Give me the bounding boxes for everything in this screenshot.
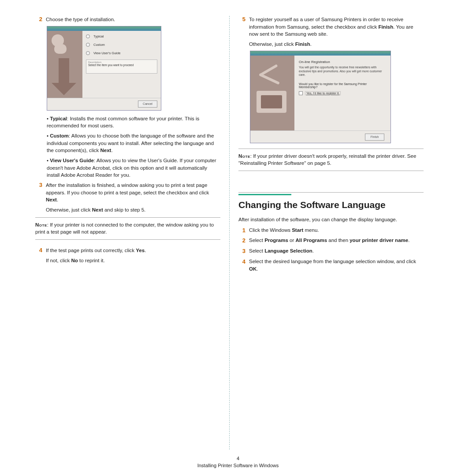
page-number: 4 (0, 456, 476, 461)
ls1-c: menu. (303, 227, 319, 233)
step-5-otherwise-finish: Finish (295, 41, 310, 47)
bullet-typical-head: Typical (50, 116, 67, 121)
bullet-view-guide: • View User's Guide: Allows you to view … (47, 157, 220, 179)
ls1-b: Start (292, 227, 303, 233)
registration-wizard: On-line Registration You will get the op… (250, 51, 391, 143)
bullet-custom-next: Next (100, 148, 111, 153)
lang-step-1-num: 1 (238, 227, 249, 235)
radio-custom-label: Custom (93, 43, 105, 47)
registration-checkbox-label: Yes, I'd like to register it. (305, 91, 341, 95)
radio-view-guide: View User's Guide (86, 51, 157, 55)
ls2-c: or (288, 238, 296, 243)
registration-question: Would you like to register for the Samsu… (299, 82, 386, 89)
bullet-view-guide-head: View User's Guide (50, 158, 94, 163)
ls2-a: Select (249, 238, 264, 243)
wizard2-sidebar-graphic (250, 56, 294, 130)
step-3-number: 3 (35, 182, 46, 188)
step-3-otherwise-next: Next (92, 207, 103, 212)
note-text: : If your printer is not connected to th… (35, 222, 214, 235)
step-4-number: 4 (35, 247, 46, 253)
step-4-yes: Yes (136, 248, 145, 253)
lang-step-4-num: 4 (238, 258, 249, 272)
step-3: 3 After the installation is finished, a … (35, 182, 220, 214)
wizard-options-panel: Typical Custom View User's Guide Descrip… (82, 31, 161, 98)
step-4-line1-c: . (145, 248, 146, 253)
ls3-b: Language Selection (264, 248, 312, 253)
step-4-line1-a: If the test page prints out correctly, c… (46, 248, 136, 253)
note2-label: Note (238, 153, 250, 159)
registration-title: On-line Registration (299, 60, 386, 64)
chapter-title: Installing Printer Software in Windows (0, 463, 476, 468)
step-5-finish: Finish (378, 24, 393, 30)
step-2-text: Choose the type of installation. (46, 16, 220, 23)
lang-step-4: 4 Select the desired language from the l… (238, 258, 424, 272)
step-4: 4 If the test page prints out correctly,… (35, 247, 220, 264)
step-4-line2-c: to reprint it. (78, 258, 105, 263)
registration-text: You will get the opportunity to receive … (299, 66, 386, 77)
radio-icon (86, 43, 90, 47)
step-3-otherwise-a: Otherwise, just click (46, 207, 92, 212)
right-column: 5 To register yourself as a user of Sams… (230, 16, 432, 450)
lang-step-1: 1 Click the Windows Start menu. (238, 227, 424, 235)
ls2-g: . (408, 238, 409, 243)
note-printer-not-connected: Note: If your printer is not connected t… (35, 217, 220, 240)
radio-typical: Typical (86, 34, 157, 38)
step-4-line2-a: If not, click (46, 258, 71, 263)
step-3-text-c: . (57, 197, 58, 202)
ls4-a: Select the desired language from the lan… (249, 259, 416, 264)
description-text: Select the item you want to proceed (88, 63, 155, 67)
finish-button: Finish (365, 134, 384, 141)
bullet-custom-head: Custom (50, 133, 69, 138)
radio-custom: Custom (86, 43, 157, 47)
wizard2-titlebar (250, 51, 390, 56)
description-box: Description Select the item you want to … (86, 60, 157, 74)
section-intro: After installation of the software, you … (238, 216, 424, 223)
bullet-typical: • Typical: Installs the most common soft… (47, 115, 220, 130)
step-4-no: No (71, 258, 78, 263)
left-column: 2 Choose the type of installation. Typic… (26, 16, 229, 450)
note-reinstall-driver: Note: If your printer driver doesn't wor… (238, 149, 424, 171)
step-2-number: 2 (35, 16, 46, 22)
note-label: Note (35, 222, 47, 227)
ls4-c: . (257, 266, 258, 271)
bullet-custom-tail-c: . (111, 148, 112, 153)
step-3-text-a: After the installation is finished, a wi… (46, 182, 209, 195)
ls2-f: your printer driver name (350, 238, 408, 243)
ls2-d: All Programs (295, 238, 327, 243)
wizard-titlebar (47, 26, 161, 31)
registration-checkbox-row: Yes, I'd like to register it. (299, 91, 386, 95)
step-5: 5 To register yourself as a user of Sams… (238, 16, 424, 48)
install-type-wizard: Typical Custom View User's Guide Descrip… (47, 26, 161, 111)
step-5-otherwise-c: . (310, 41, 312, 47)
radio-icon (86, 51, 90, 55)
radio-typical-label: Typical (93, 34, 104, 38)
wizard2-content: On-line Registration You will get the op… (294, 56, 390, 130)
ls2-b: Programs (264, 238, 288, 243)
step-2: 2 Choose the type of installation. (35, 16, 220, 23)
bullet-custom: • Custom: Allows you to choose both the … (47, 132, 220, 154)
radio-view-guide-label: View User's Guide (93, 51, 120, 55)
checkbox-icon (299, 91, 303, 95)
bullet-custom-tail-a: : Allows you to choose both the language… (47, 133, 214, 153)
wizard-sidebar-graphic (47, 31, 82, 98)
ls3-c: . (312, 248, 314, 253)
step-3-next: Next (46, 197, 57, 202)
lang-step-3: 3 Select Language Selection. (238, 247, 424, 256)
lang-step-2: 2 Select Programs or All Programs and th… (238, 237, 424, 245)
ls2-e: and then (327, 238, 350, 243)
page-footer: 4 Installing Printer Software in Windows (0, 456, 476, 468)
section-heading-wrap: Changing the Software Language (238, 192, 424, 211)
section-title: Changing the Software Language (238, 199, 424, 211)
step-5-number: 5 (238, 16, 249, 22)
lang-step-2-num: 2 (238, 237, 249, 245)
lang-step-3-num: 3 (238, 247, 249, 256)
step-5-otherwise-a: Otherwise, just click (249, 41, 295, 47)
language-steps: 1 Click the Windows Start menu. 2 Select… (238, 227, 424, 273)
install-type-bullets: • Typical: Installs the most common soft… (47, 115, 220, 179)
step-3-otherwise-c: and skip to step 5. (103, 207, 146, 212)
cancel-button: Cancel (138, 100, 157, 108)
ls4-b: OK (249, 266, 257, 271)
ls1-a: Click the Windows (249, 227, 292, 233)
section-accent-rule (238, 194, 291, 195)
bullet-typical-tail: : Installs the most common software for … (47, 116, 199, 129)
